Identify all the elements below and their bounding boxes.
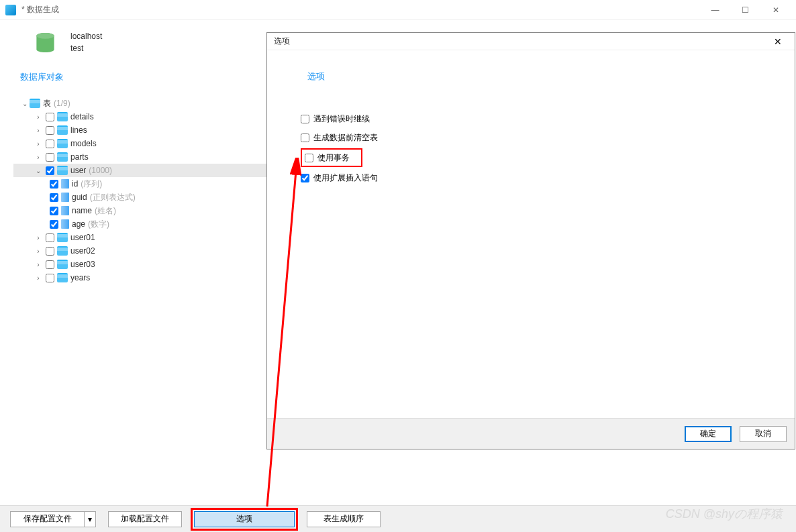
column-checkbox[interactable] bbox=[50, 220, 58, 229]
connection-text: localhost test bbox=[70, 30, 102, 54]
column-label: id bbox=[72, 179, 78, 189]
option-label: 生成数据前清空表 bbox=[313, 132, 378, 144]
option-continue-on-error[interactable]: 遇到错误时继续 bbox=[301, 109, 761, 128]
table-icon bbox=[57, 125, 68, 135]
dialog-tab[interactable]: 选项 bbox=[301, 57, 761, 96]
table-icon bbox=[57, 152, 68, 162]
table-icon bbox=[57, 233, 68, 242]
table-checkbox[interactable] bbox=[46, 166, 54, 175]
table-checkbox[interactable] bbox=[46, 140, 54, 148]
table-label: user bbox=[70, 166, 86, 175]
table-label: user02 bbox=[70, 246, 95, 256]
window-title: * 数据生成 bbox=[21, 4, 700, 15]
app-icon bbox=[5, 5, 16, 15]
table-checkbox[interactable] bbox=[46, 113, 54, 121]
option-checkbox[interactable] bbox=[301, 115, 309, 123]
dialog-body: 选项 遇到错误时继续 生成数据前清空表 使用事务 使用扩展插入语句 bbox=[267, 50, 795, 418]
column-label: age bbox=[72, 219, 85, 229]
table-label: years bbox=[70, 273, 90, 282]
option-extended-insert[interactable]: 使用扩展插入语句 bbox=[301, 168, 761, 187]
options-list: 遇到错误时继续 生成数据前清空表 使用事务 使用扩展插入语句 bbox=[301, 96, 761, 187]
table-checkbox[interactable] bbox=[46, 274, 54, 282]
column-icon bbox=[61, 179, 69, 189]
column-hint: (数字) bbox=[88, 219, 109, 230]
column-checkbox[interactable] bbox=[50, 180, 58, 189]
table-icon bbox=[57, 273, 68, 282]
table-label: user01 bbox=[70, 233, 95, 242]
expand-icon[interactable]: › bbox=[34, 261, 43, 268]
gen-order-button[interactable]: 表生成顺序 bbox=[307, 511, 381, 527]
expand-icon[interactable]: › bbox=[34, 274, 43, 282]
table-icon bbox=[57, 166, 68, 175]
options-button[interactable]: 选项 bbox=[194, 511, 295, 527]
save-profile-dropdown[interactable]: ▾ bbox=[84, 511, 96, 527]
dialog-title: 选项 bbox=[274, 36, 768, 47]
table-checkbox[interactable] bbox=[46, 247, 54, 256]
column-label: guid bbox=[72, 193, 87, 202]
table-icon bbox=[57, 260, 68, 269]
table-label: details bbox=[70, 112, 94, 121]
option-checkbox[interactable] bbox=[305, 154, 313, 162]
option-label: 遇到错误时继续 bbox=[313, 113, 370, 125]
option-label: 使用扩展插入语句 bbox=[313, 172, 378, 184]
expand-icon[interactable]: › bbox=[34, 140, 43, 148]
maximize-button[interactable]: ☐ bbox=[730, 0, 760, 20]
save-profile-button[interactable]: 保存配置文件 bbox=[10, 511, 84, 527]
minimize-button[interactable]: — bbox=[700, 0, 730, 20]
close-button[interactable]: ✕ bbox=[760, 0, 791, 20]
table-icon bbox=[57, 139, 68, 148]
column-icon bbox=[61, 193, 69, 202]
dialog-footer: 确定 取消 bbox=[267, 418, 795, 449]
options-dialog: 选项 ✕ 选项 遇到错误时继续 生成数据前清空表 使用事务 使用扩展插入语句 确… bbox=[266, 32, 795, 449]
load-profile-button[interactable]: 加载配置文件 bbox=[108, 511, 182, 527]
table-label: user03 bbox=[70, 260, 95, 269]
table-icon bbox=[57, 246, 68, 256]
ok-button[interactable]: 确定 bbox=[685, 426, 732, 442]
expand-icon[interactable]: ⌄ bbox=[34, 167, 43, 174]
column-icon bbox=[61, 206, 69, 215]
expand-icon[interactable]: › bbox=[34, 113, 43, 121]
bottom-toolbar: 保存配置文件 ▾ 加载配置文件 选项 表生成顺序 bbox=[0, 505, 796, 532]
table-hint: (1000) bbox=[89, 166, 112, 175]
expand-icon[interactable]: ⌄ bbox=[20, 100, 30, 107]
expand-icon[interactable]: › bbox=[34, 127, 43, 134]
tables-icon bbox=[30, 99, 40, 108]
column-icon bbox=[61, 219, 69, 229]
root-label: 表 bbox=[43, 98, 51, 109]
table-checkbox[interactable] bbox=[46, 260, 54, 269]
option-checkbox[interactable] bbox=[301, 134, 309, 142]
database-label: test bbox=[70, 42, 102, 54]
column-hint: (正则表达式) bbox=[90, 192, 136, 203]
svg-point-1 bbox=[36, 32, 54, 38]
option-label: 使用事务 bbox=[317, 152, 350, 164]
table-label: models bbox=[70, 139, 97, 148]
host-label: localhost bbox=[70, 30, 102, 42]
expand-icon[interactable]: › bbox=[34, 248, 43, 255]
expand-icon[interactable]: › bbox=[34, 154, 43, 161]
table-checkbox[interactable] bbox=[46, 233, 54, 242]
column-checkbox[interactable] bbox=[50, 207, 58, 215]
database-icon bbox=[34, 31, 57, 54]
title-bar: * 数据生成 — ☐ ✕ bbox=[0, 0, 796, 20]
cancel-button[interactable]: 取消 bbox=[740, 426, 787, 442]
dialog-close-button[interactable]: ✕ bbox=[768, 36, 788, 47]
column-checkbox[interactable] bbox=[50, 193, 58, 202]
table-label: parts bbox=[70, 152, 89, 162]
table-checkbox[interactable] bbox=[46, 126, 54, 135]
option-clear-before-gen[interactable]: 生成数据前清空表 bbox=[301, 128, 761, 147]
option-checkbox[interactable] bbox=[301, 174, 309, 182]
window-controls: — ☐ ✕ bbox=[700, 0, 791, 20]
column-hint: (姓名) bbox=[95, 205, 116, 217]
table-icon bbox=[57, 112, 68, 121]
root-count: (1/9) bbox=[54, 99, 70, 108]
expand-icon[interactable]: › bbox=[34, 234, 43, 242]
dialog-titlebar: 选项 ✕ bbox=[267, 33, 795, 50]
column-label: name bbox=[72, 206, 92, 215]
save-profile-split: 保存配置文件 ▾ bbox=[10, 511, 96, 527]
column-hint: (序列) bbox=[81, 178, 102, 190]
option-use-transaction[interactable]: 使用事务 bbox=[301, 148, 362, 167]
table-label: lines bbox=[70, 125, 87, 135]
table-checkbox[interactable] bbox=[46, 153, 54, 162]
